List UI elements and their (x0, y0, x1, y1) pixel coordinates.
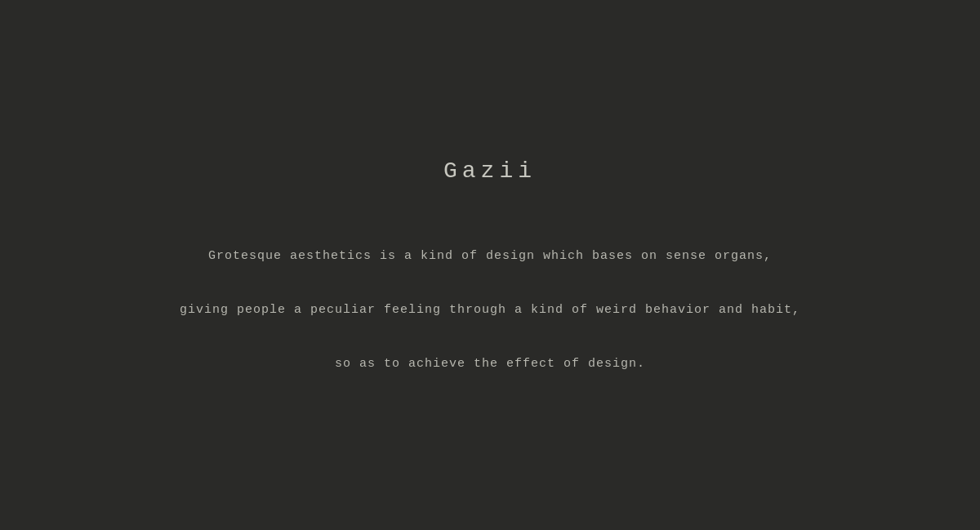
description-line-1: Grotesque aesthetics is a kind of design… (180, 249, 800, 264)
page-title: Gazii (443, 158, 537, 184)
description-line-2: giving people a peculiar feeling through… (180, 303, 800, 318)
description-text: Grotesque aesthetics is a kind of design… (180, 249, 800, 372)
main-container: Gazii Grotesque aesthetics is a kind of … (180, 158, 800, 372)
description-line-3: so as to achieve the effect of design. (180, 357, 800, 372)
